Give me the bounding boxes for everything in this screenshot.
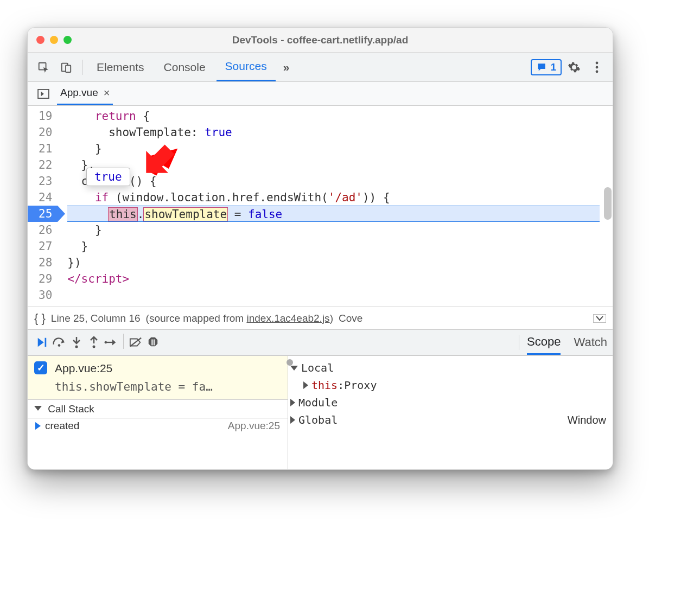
line-number[interactable]: 28 [39,254,52,271]
scope-global-type: Window [568,411,610,429]
close-file-icon[interactable]: × [104,87,110,99]
svg-rect-2 [66,65,71,72]
inspect-element-icon[interactable] [33,57,54,78]
file-tab-app-vue[interactable]: App.vue × [57,82,113,105]
chat-icon [536,62,547,72]
editor-area: 192021222324252627282930 return { showTe… [28,106,613,307]
source-mapped-info: (source mapped from index.1ac4eab2.js) [146,313,333,324]
code-line[interactable]: } [67,238,613,254]
line-number[interactable]: 23 [39,173,52,189]
line-number[interactable]: 29 [39,271,52,287]
separator [519,335,519,350]
svg-point-4 [596,66,599,68]
svg-rect-13 [151,340,152,346]
svg-point-10 [93,346,96,348]
coverage-label: Cove [339,313,362,324]
code-line[interactable]: this.showTemplate = false [67,206,600,222]
line-number[interactable]: 30 [39,287,52,303]
scope-section-local[interactable]: Local [290,359,610,377]
svg-point-11 [104,341,107,344]
window-maximize-button[interactable] [63,36,72,44]
scope-section-module[interactable]: Module [290,394,610,411]
line-number[interactable]: 22 [39,157,52,173]
line-number[interactable]: 19 [39,108,52,124]
device-toolbar-icon[interactable] [56,57,77,78]
scroll-indicator [287,359,293,366]
paused-message: ✓ App.vue:25 this.showTemplate = fa… [28,356,288,399]
main-tabbar: Elements Console Sources » 1 [28,53,613,82]
window-minimize-button[interactable] [50,36,58,44]
scope-pane: Local this: Proxy Module Global Window [288,356,613,469]
svg-point-3 [596,61,599,64]
tab-elements[interactable]: Elements [88,53,153,81]
paused-location[interactable]: App.vue:25 [55,360,280,377]
tab-watch[interactable]: Watch [574,330,607,355]
svg-rect-7 [45,338,47,347]
pretty-print-icon[interactable]: { } [34,311,46,326]
callstack-header[interactable]: Call Stack [28,399,288,418]
debugger-toolbar: Scope Watch [28,329,613,355]
code-line[interactable]: }) [67,254,613,271]
separator [123,334,124,349]
file-tab-strip: App.vue × [28,82,613,106]
code-line[interactable]: </script> [67,271,613,287]
line-number[interactable]: 25 [28,206,58,222]
issues-count: 1 [550,61,556,73]
scope-section-global[interactable]: Global Window [290,411,610,429]
mapped-file-link[interactable]: index.1ac4eab2.js [246,313,329,324]
code-line[interactable]: return { [67,108,613,124]
frame-function: created [45,420,228,432]
annotation-arrow-icon [136,134,185,183]
devtools-window: DevTools - coffee-cart.netlify.app/ad El… [27,27,613,470]
value-tooltip: true [86,168,130,186]
step-into-icon[interactable] [68,334,85,351]
breakpoint-checkbox[interactable]: ✓ [34,361,47,374]
paused-code-preview: this.showTemplate = fa… [55,379,280,395]
step-over-icon[interactable] [50,334,68,351]
line-number[interactable]: 24 [39,189,52,206]
code-line[interactable]: } [67,222,613,238]
more-icon[interactable] [587,57,607,78]
window-close-button[interactable] [36,36,44,44]
tab-sources[interactable]: Sources [217,53,276,81]
deactivate-breakpoints-icon[interactable] [127,334,144,351]
debugger-panes: ✓ App.vue:25 this.showTemplate = fa… Cal… [28,355,613,469]
status-dropdown-icon[interactable] [593,314,606,323]
separator [82,60,82,75]
tab-scope[interactable]: Scope [527,330,561,355]
svg-point-5 [596,70,599,73]
code-line[interactable]: if (window.location.href.endsWith('/ad')… [67,189,613,206]
tab-console[interactable]: Console [155,53,214,81]
svg-rect-14 [154,340,155,346]
window-controls [36,36,72,44]
line-number-gutter[interactable]: 192021222324252627282930 [28,106,58,307]
frame-location: App.vue:25 [228,420,280,432]
issues-button[interactable]: 1 [531,59,562,75]
cursor-position: Line 25, Column 16 [51,313,141,324]
resume-icon[interactable] [33,334,50,351]
callstack-frame[interactable]: created App.vue:25 [28,418,288,433]
step-out-icon[interactable] [85,334,103,351]
window-title: DevTools - coffee-cart.netlify.app/ad [232,34,408,46]
step-icon[interactable] [103,334,120,351]
line-number[interactable]: 26 [39,222,52,238]
tabs-overflow-button[interactable]: » [278,61,295,74]
svg-point-8 [58,344,61,347]
editor-scrollbar[interactable] [604,187,612,220]
file-tab-label: App.vue [60,87,98,99]
navigator-toggle-icon[interactable] [33,84,54,104]
line-number[interactable]: 21 [39,141,52,157]
editor-status-bar: { } Line 25, Column 16 (source mapped fr… [28,307,613,329]
pause-on-exceptions-icon[interactable] [144,334,162,351]
scope-watch-tabs: Scope Watch [527,330,607,355]
settings-icon[interactable] [564,57,584,78]
callstack-pane: ✓ App.vue:25 this.showTemplate = fa… Cal… [28,356,288,469]
line-number[interactable]: 20 [39,124,52,141]
code-line[interactable] [67,287,613,303]
code-editor[interactable]: 192021222324252627282930 return { showTe… [28,106,613,307]
titlebar: DevTools - coffee-cart.netlify.app/ad [28,28,613,53]
scope-variable-this[interactable]: this: Proxy [303,377,610,394]
line-number[interactable]: 27 [39,238,52,254]
svg-point-9 [75,346,78,348]
